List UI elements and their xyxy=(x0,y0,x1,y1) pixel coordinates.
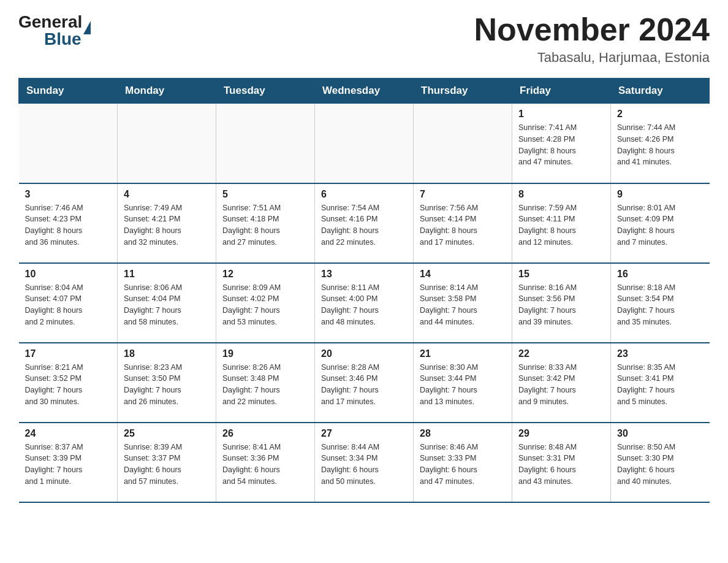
calendar-header-saturday: Saturday xyxy=(611,79,710,104)
day-info: Sunrise: 7:46 AM Sunset: 4:23 PM Dayligh… xyxy=(25,202,112,248)
calendar-cell: 26Sunrise: 8:41 AM Sunset: 3:36 PM Dayli… xyxy=(216,423,315,502)
day-number: 12 xyxy=(222,269,308,280)
calendar-cell xyxy=(19,104,118,183)
calendar-cell: 12Sunrise: 8:09 AM Sunset: 4:02 PM Dayli… xyxy=(216,263,315,343)
day-number: 21 xyxy=(420,348,506,359)
logo-blue-text: Blue xyxy=(44,29,82,49)
day-info: Sunrise: 8:18 AM Sunset: 3:54 PM Dayligh… xyxy=(617,282,703,328)
calendar-header-friday: Friday xyxy=(512,79,611,104)
calendar-cell xyxy=(414,104,512,183)
calendar-cell: 16Sunrise: 8:18 AM Sunset: 3:54 PM Dayli… xyxy=(611,263,710,343)
calendar-title: November 2024 xyxy=(474,12,710,47)
calendar-table: SundayMondayTuesdayWednesdayThursdayFrid… xyxy=(18,78,710,503)
day-number: 13 xyxy=(321,269,407,280)
day-number: 11 xyxy=(124,269,210,280)
calendar-week-row: 3Sunrise: 7:46 AM Sunset: 4:23 PM Daylig… xyxy=(19,183,710,263)
day-info: Sunrise: 7:54 AM Sunset: 4:16 PM Dayligh… xyxy=(321,202,407,248)
day-number: 8 xyxy=(518,189,604,200)
day-info: Sunrise: 8:39 AM Sunset: 3:37 PM Dayligh… xyxy=(124,442,210,488)
calendar-cell: 25Sunrise: 8:39 AM Sunset: 3:37 PM Dayli… xyxy=(118,423,216,502)
day-number: 26 xyxy=(222,428,308,439)
calendar-cell: 28Sunrise: 8:46 AM Sunset: 3:33 PM Dayli… xyxy=(414,423,512,502)
calendar-cell: 30Sunrise: 8:50 AM Sunset: 3:30 PM Dayli… xyxy=(611,423,710,502)
logo: General Blue xyxy=(18,12,91,49)
calendar-cell xyxy=(315,104,414,183)
day-number: 16 xyxy=(617,269,703,280)
day-info: Sunrise: 7:59 AM Sunset: 4:11 PM Dayligh… xyxy=(518,202,604,248)
day-info: Sunrise: 8:33 AM Sunset: 3:42 PM Dayligh… xyxy=(518,362,604,408)
calendar-cell: 14Sunrise: 8:14 AM Sunset: 3:58 PM Dayli… xyxy=(414,263,512,343)
day-number: 18 xyxy=(124,348,210,359)
calendar-cell: 1Sunrise: 7:41 AM Sunset: 4:28 PM Daylig… xyxy=(512,104,611,183)
day-number: 17 xyxy=(25,348,112,359)
calendar-cell xyxy=(216,104,315,183)
calendar-cell: 3Sunrise: 7:46 AM Sunset: 4:23 PM Daylig… xyxy=(19,183,118,263)
day-info: Sunrise: 7:49 AM Sunset: 4:21 PM Dayligh… xyxy=(124,202,210,248)
day-info: Sunrise: 7:56 AM Sunset: 4:14 PM Dayligh… xyxy=(420,202,506,248)
day-info: Sunrise: 7:41 AM Sunset: 4:28 PM Dayligh… xyxy=(518,122,604,168)
calendar-cell: 27Sunrise: 8:44 AM Sunset: 3:34 PM Dayli… xyxy=(315,423,414,502)
calendar-week-row: 17Sunrise: 8:21 AM Sunset: 3:52 PM Dayli… xyxy=(19,343,710,423)
calendar-header-thursday: Thursday xyxy=(414,79,512,104)
day-number: 1 xyxy=(518,109,604,120)
calendar-cell: 29Sunrise: 8:48 AM Sunset: 3:31 PM Dayli… xyxy=(512,423,611,502)
calendar-cell xyxy=(118,104,216,183)
day-info: Sunrise: 7:44 AM Sunset: 4:26 PM Dayligh… xyxy=(617,122,703,168)
day-number: 5 xyxy=(222,189,308,200)
day-number: 15 xyxy=(518,269,604,280)
calendar-cell: 18Sunrise: 8:23 AM Sunset: 3:50 PM Dayli… xyxy=(118,343,216,423)
day-info: Sunrise: 8:14 AM Sunset: 3:58 PM Dayligh… xyxy=(420,282,506,328)
day-number: 14 xyxy=(420,269,506,280)
calendar-cell: 10Sunrise: 8:04 AM Sunset: 4:07 PM Dayli… xyxy=(19,263,118,343)
day-info: Sunrise: 8:37 AM Sunset: 3:39 PM Dayligh… xyxy=(25,442,112,488)
day-number: 4 xyxy=(124,189,210,200)
day-info: Sunrise: 8:11 AM Sunset: 4:00 PM Dayligh… xyxy=(321,282,407,328)
day-info: Sunrise: 8:28 AM Sunset: 3:46 PM Dayligh… xyxy=(321,362,407,408)
day-number: 6 xyxy=(321,189,407,200)
day-number: 7 xyxy=(420,189,506,200)
day-number: 29 xyxy=(518,428,604,439)
day-number: 2 xyxy=(617,109,703,120)
day-info: Sunrise: 8:16 AM Sunset: 3:56 PM Dayligh… xyxy=(518,282,604,328)
calendar-cell: 2Sunrise: 7:44 AM Sunset: 4:26 PM Daylig… xyxy=(611,104,710,183)
day-number: 23 xyxy=(617,348,703,359)
title-section: November 2024 Tabasalu, Harjumaa, Estoni… xyxy=(474,12,710,66)
calendar-cell: 15Sunrise: 8:16 AM Sunset: 3:56 PM Dayli… xyxy=(512,263,611,343)
day-number: 9 xyxy=(617,189,703,200)
day-info: Sunrise: 8:06 AM Sunset: 4:04 PM Dayligh… xyxy=(124,282,210,328)
calendar-cell: 24Sunrise: 8:37 AM Sunset: 3:39 PM Dayli… xyxy=(19,423,118,502)
day-info: Sunrise: 8:48 AM Sunset: 3:31 PM Dayligh… xyxy=(518,442,604,488)
page-header: General Blue November 2024 Tabasalu, Har… xyxy=(18,12,710,66)
day-info: Sunrise: 8:46 AM Sunset: 3:33 PM Dayligh… xyxy=(420,442,506,488)
day-number: 25 xyxy=(124,428,210,439)
calendar-cell: 11Sunrise: 8:06 AM Sunset: 4:04 PM Dayli… xyxy=(118,263,216,343)
calendar-cell: 9Sunrise: 8:01 AM Sunset: 4:09 PM Daylig… xyxy=(611,183,710,263)
day-number: 28 xyxy=(420,428,506,439)
day-info: Sunrise: 8:44 AM Sunset: 3:34 PM Dayligh… xyxy=(321,442,407,488)
day-number: 19 xyxy=(222,348,308,359)
calendar-header-wednesday: Wednesday xyxy=(315,79,414,104)
day-number: 20 xyxy=(321,348,407,359)
day-info: Sunrise: 8:21 AM Sunset: 3:52 PM Dayligh… xyxy=(25,362,112,408)
calendar-cell: 21Sunrise: 8:30 AM Sunset: 3:44 PM Dayli… xyxy=(414,343,512,423)
day-info: Sunrise: 8:41 AM Sunset: 3:36 PM Dayligh… xyxy=(222,442,308,488)
calendar-cell: 20Sunrise: 8:28 AM Sunset: 3:46 PM Dayli… xyxy=(315,343,414,423)
calendar-cell: 8Sunrise: 7:59 AM Sunset: 4:11 PM Daylig… xyxy=(512,183,611,263)
day-info: Sunrise: 8:30 AM Sunset: 3:44 PM Dayligh… xyxy=(420,362,506,408)
calendar-header-sunday: Sunday xyxy=(19,79,118,104)
calendar-header-tuesday: Tuesday xyxy=(216,79,315,104)
day-info: Sunrise: 8:23 AM Sunset: 3:50 PM Dayligh… xyxy=(124,362,210,408)
calendar-cell: 17Sunrise: 8:21 AM Sunset: 3:52 PM Dayli… xyxy=(19,343,118,423)
calendar-header-monday: Monday xyxy=(118,79,216,104)
calendar-header-row: SundayMondayTuesdayWednesdayThursdayFrid… xyxy=(19,79,710,104)
day-info: Sunrise: 8:09 AM Sunset: 4:02 PM Dayligh… xyxy=(222,282,308,328)
calendar-cell: 7Sunrise: 7:56 AM Sunset: 4:14 PM Daylig… xyxy=(414,183,512,263)
day-number: 24 xyxy=(25,428,112,439)
day-number: 10 xyxy=(25,269,112,280)
day-info: Sunrise: 8:01 AM Sunset: 4:09 PM Dayligh… xyxy=(617,202,703,248)
calendar-cell: 4Sunrise: 7:49 AM Sunset: 4:21 PM Daylig… xyxy=(118,183,216,263)
day-number: 27 xyxy=(321,428,407,439)
day-info: Sunrise: 8:26 AM Sunset: 3:48 PM Dayligh… xyxy=(222,362,308,408)
calendar-week-row: 24Sunrise: 8:37 AM Sunset: 3:39 PM Dayli… xyxy=(19,423,710,502)
day-info: Sunrise: 8:35 AM Sunset: 3:41 PM Dayligh… xyxy=(617,362,703,408)
